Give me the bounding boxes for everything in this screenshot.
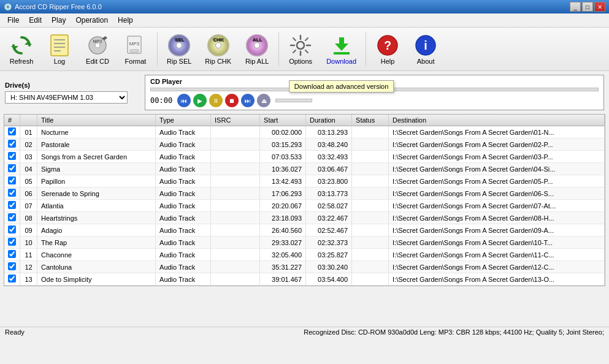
help-button[interactable]: ? Help: [370, 30, 405, 68]
row-duration: 02:58.027: [306, 200, 352, 212]
menu-file[interactable]: File: [2, 15, 24, 26]
menu-help[interactable]: Help: [113, 15, 138, 26]
volume-slider[interactable]: [275, 99, 312, 102]
about-button[interactable]: i About: [408, 30, 443, 68]
row-checkbox[interactable]: [8, 213, 16, 221]
row-type: Audio Track: [156, 273, 211, 286]
app-icon: 💿: [4, 3, 12, 11]
play-button[interactable]: ▶: [193, 94, 207, 107]
row-title: Ode to Simplicity: [37, 273, 156, 286]
row-checkbox[interactable]: [8, 226, 16, 233]
row-checkbox[interactable]: [8, 164, 16, 172]
row-isrc: [211, 151, 260, 163]
col-header-check: #: [4, 115, 20, 126]
rip-sel-button[interactable]: SEL Rip SEL: [161, 30, 197, 68]
row-status: [352, 273, 389, 286]
row-status: [352, 249, 389, 261]
title-bar: 💿 Accord CD Ripper Free 6.0.0 _ □ ✕: [0, 0, 609, 13]
download-tooltip: Download an advanced version: [289, 80, 394, 93]
row-checkbox[interactable]: [8, 176, 16, 184]
row-number: 07: [20, 200, 37, 212]
row-title: Papillon: [37, 175, 156, 188]
row-isrc: [211, 126, 260, 138]
rip-all-button[interactable]: ALL Rip ALL: [239, 30, 275, 68]
refresh-button[interactable]: Refresh: [4, 30, 39, 68]
maximize-button[interactable]: □: [582, 2, 593, 12]
time-display: 00:00: [150, 96, 172, 105]
row-start: 26:40.560: [260, 224, 306, 237]
row-number: 11: [20, 249, 37, 261]
row-dest: I:\Secret Garden\Songs From A Secret Gar…: [389, 237, 605, 249]
row-isrc: [211, 200, 260, 212]
close-button[interactable]: ✕: [594, 2, 605, 12]
rip-chk-button[interactable]: CHK Rip CHK: [199, 30, 237, 68]
menu-edit[interactable]: Edit: [24, 15, 47, 26]
menu-play[interactable]: Play: [47, 15, 71, 26]
track-table: # Title Type ISRC Start Duration Status …: [4, 115, 605, 286]
row-checkbox[interactable]: [8, 189, 16, 197]
row-status: [352, 212, 389, 224]
row-start: 13:42.493: [260, 175, 306, 188]
row-checkbox-cell: [4, 237, 20, 249]
row-dest: I:\Secret Garden\Songs From A Secret Gar…: [389, 138, 605, 151]
row-type: Audio Track: [156, 175, 211, 188]
row-type: Audio Track: [156, 151, 211, 163]
rewind-button[interactable]: ⏮: [177, 94, 191, 107]
row-isrc: [211, 224, 260, 237]
row-dest: I:\Secret Garden\Songs From A Secret Gar…: [389, 249, 605, 261]
row-number: 06: [20, 188, 37, 200]
stop-button[interactable]: ⏹: [225, 94, 239, 107]
row-checkbox[interactable]: [8, 262, 16, 270]
format-button[interactable]: MP3 Format: [118, 30, 153, 68]
svg-text:i: i: [424, 39, 427, 52]
help-label: Help: [381, 58, 395, 65]
row-number: 08: [20, 212, 37, 224]
row-start: 03:15.293: [260, 138, 306, 151]
row-checkbox[interactable]: [8, 201, 16, 209]
options-button[interactable]: Options: [283, 30, 318, 68]
row-checkbox[interactable]: [8, 250, 16, 258]
row-dest: I:\Secret Garden\Songs From A Secret Gar…: [389, 188, 605, 200]
row-duration: 02:52.467: [306, 224, 352, 237]
options-label: Options: [289, 58, 312, 65]
row-start: 07:03.533: [260, 151, 306, 163]
row-checkbox[interactable]: [8, 127, 16, 135]
drive-label: Drive(s): [5, 82, 140, 89]
eject-button[interactable]: ⏏: [257, 94, 270, 107]
row-isrc: [211, 237, 260, 249]
row-title: Cantoluna: [37, 261, 156, 273]
format-icon: MP3: [124, 34, 147, 57]
table-row: 04 Sigma Audio Track 10:36.027 03:06.467…: [4, 163, 605, 175]
table-row: 12 Cantoluna Audio Track 35:31.227 03:30…: [4, 261, 605, 273]
player-section: Drive(s) H: SHIN AV49EFWHM 1.03 CD Playe…: [0, 71, 609, 114]
col-header-dest: Destination: [389, 115, 605, 126]
svg-text:?: ?: [384, 39, 391, 52]
row-checkbox[interactable]: [8, 152, 16, 160]
svg-line-21: [293, 50, 296, 53]
pause-button[interactable]: ⏸: [209, 94, 223, 107]
content-area: Drive(s) H: SHIN AV49EFWHM 1.03 CD Playe…: [0, 71, 609, 327]
about-icon: i: [414, 34, 437, 57]
row-start: 20:20.067: [260, 200, 306, 212]
download-button-wrapper: Download Download an advanced version: [321, 30, 362, 68]
row-checkbox[interactable]: [8, 238, 16, 246]
menu-operation[interactable]: Operation: [71, 15, 113, 26]
row-type: Audio Track: [156, 261, 211, 273]
log-button[interactable]: Log: [42, 30, 77, 68]
drive-select[interactable]: H: SHIN AV49EFWHM 1.03: [5, 91, 128, 104]
row-number: 05: [20, 175, 37, 188]
download-button[interactable]: Download: [321, 30, 362, 68]
row-checkbox[interactable]: [8, 275, 16, 282]
edit-cd-button[interactable]: MP3 Edit CD: [80, 30, 115, 68]
row-duration: 03:48.240: [306, 138, 352, 151]
download-label: Download: [326, 58, 356, 65]
minimize-button[interactable]: _: [570, 2, 581, 12]
table-row: 11 Chaconne Audio Track 32:05.400 03:25.…: [4, 249, 605, 261]
fast-forward-button[interactable]: ⏭: [241, 94, 255, 107]
row-checkbox[interactable]: [8, 140, 16, 148]
svg-marker-0: [25, 41, 32, 45]
row-start: 17:06.293: [260, 188, 306, 200]
row-checkbox-cell: [4, 175, 20, 188]
row-type: Audio Track: [156, 163, 211, 175]
row-type: Audio Track: [156, 126, 211, 138]
